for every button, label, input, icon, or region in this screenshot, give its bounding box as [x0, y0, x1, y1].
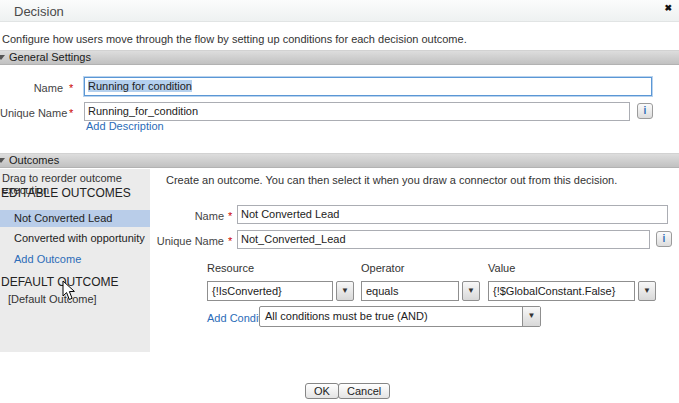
- outcomes-header-label: Outcomes: [9, 154, 59, 166]
- resource-label: Resource: [207, 262, 254, 274]
- unique-name-input[interactable]: Running_for_condition: [84, 102, 630, 121]
- close-icon[interactable]: ✖: [664, 3, 672, 13]
- add-description-link[interactable]: Add Description: [86, 120, 164, 132]
- cancel-button[interactable]: Cancel: [338, 383, 390, 399]
- general-settings-header[interactable]: General Settings: [0, 50, 679, 65]
- value-dropdown-arrow-icon[interactable]: ▼: [638, 281, 656, 301]
- dialog-titlebar: Decision ✖: [0, 0, 679, 22]
- unique-name-label: Unique Name: [0, 107, 63, 119]
- outcome-unique-name-required-marker: *: [228, 235, 232, 247]
- decision-dialog: { "dialog": { "title": "Decision", "clos…: [0, 0, 679, 403]
- operator-combobox[interactable]: equals: [361, 281, 459, 301]
- outcomes-header[interactable]: Outcomes: [0, 153, 679, 168]
- operator-label: Operator: [361, 262, 404, 274]
- outcome-intro-text: Create an outcome. You can then select i…: [166, 174, 617, 186]
- name-input-selected-text: Running for condition: [88, 80, 192, 92]
- resource-dropdown-arrow-icon[interactable]: ▼: [336, 281, 354, 301]
- outcome-name-required-marker: *: [228, 210, 232, 222]
- outcome-item-converted-with-opportunity[interactable]: Converted with opportunity: [0, 230, 150, 247]
- value-combobox[interactable]: {!$GlobalConstant.False}: [488, 281, 635, 301]
- dialog-title: Decision: [14, 4, 64, 19]
- name-required-marker: *: [69, 82, 73, 94]
- unique-name-required-marker: *: [69, 107, 73, 119]
- value-label: Value: [488, 262, 515, 274]
- add-outcome-link[interactable]: Add Outcome: [14, 253, 81, 265]
- outcome-item-not-converted-lead[interactable]: Not Converted Lead: [0, 210, 150, 227]
- outcome-info-icon[interactable]: i: [656, 231, 672, 247]
- dialog-description: Configure how users move through the flo…: [2, 33, 467, 45]
- collapse-triangle-icon: [0, 55, 5, 60]
- operator-dropdown-arrow-icon[interactable]: ▼: [462, 281, 480, 301]
- outcome-unique-name-input[interactable]: Not_Converted_Lead: [237, 230, 650, 249]
- default-outcome-heading: DEFAULT OUTCOME: [1, 275, 119, 289]
- default-outcome-item[interactable]: [Default Outcome]: [8, 293, 97, 305]
- logic-dropdown-arrow-icon: ▼: [522, 307, 540, 326]
- ok-button[interactable]: OK: [305, 383, 339, 399]
- general-settings-header-label: General Settings: [9, 51, 91, 63]
- name-input[interactable]: Running for condition: [84, 77, 652, 96]
- outcome-name-label: Name: [150, 210, 224, 222]
- editable-outcomes-heading: EDITABLE OUTCOMES: [1, 186, 131, 200]
- outcome-name-input[interactable]: Not Converted Lead: [237, 205, 668, 224]
- name-label: Name: [0, 82, 63, 94]
- condition-logic-select[interactable]: All conditions must be true (AND) ▼: [259, 306, 541, 327]
- collapse-triangle-icon: [0, 158, 5, 163]
- outcome-unique-name-label: Unique Name: [150, 235, 224, 247]
- resource-combobox[interactable]: {!IsConverted}: [207, 281, 333, 301]
- outcomes-sidebar: Drag to reorder outcome execution EDITAB…: [0, 169, 150, 352]
- condition-logic-value: All conditions must be true (AND): [265, 307, 428, 326]
- info-icon[interactable]: i: [637, 103, 653, 119]
